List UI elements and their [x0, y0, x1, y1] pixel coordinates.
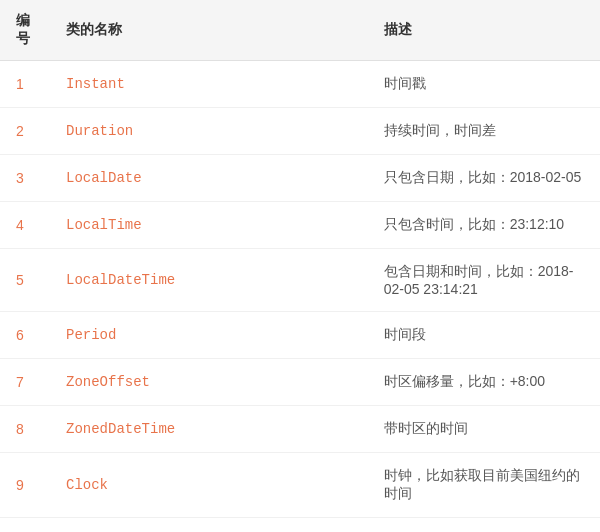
cell-classname: ZoneOffset — [50, 359, 368, 406]
table-row: 6Period时间段 — [0, 312, 600, 359]
cell-num: 4 — [0, 202, 50, 249]
cell-classname: LocalDate — [50, 155, 368, 202]
cell-description: 只包含日期，比如：2018-02-05 — [368, 155, 600, 202]
cell-num: 2 — [0, 108, 50, 155]
table-header-row: 编号 类的名称 描述 — [0, 0, 600, 61]
cell-description: 持续时间，时间差 — [368, 108, 600, 155]
header-description: 描述 — [368, 0, 600, 61]
cell-classname: java.time.format.DateTimeFormatter — [50, 518, 368, 533]
cell-description: 只包含时间，比如：23:12:10 — [368, 202, 600, 249]
cell-classname: ZonedDateTime — [50, 406, 368, 453]
table-row: 2Duration持续时间，时间差 — [0, 108, 600, 155]
cell-classname: Instant — [50, 61, 368, 108]
cell-description: 时间段 — [368, 312, 600, 359]
cell-num: 6 — [0, 312, 50, 359]
cell-num: 10 — [0, 518, 50, 533]
table-row: 9Clock时钟，比如获取目前美国纽约的时间 — [0, 453, 600, 518]
cell-description: 包含日期和时间，比如：2018-02-05 23:14:21 — [368, 249, 600, 312]
table-row: 4LocalTime只包含时间，比如：23:12:10 — [0, 202, 600, 249]
cell-classname: LocalDateTime — [50, 249, 368, 312]
cell-num: 5 — [0, 249, 50, 312]
page-container: 编号 类的名称 描述 1Instant时间戳2Duration持续时间，时间差3… — [0, 0, 600, 532]
cell-classname: Clock — [50, 453, 368, 518]
cell-num: 3 — [0, 155, 50, 202]
table-row: 5LocalDateTime包含日期和时间，比如：2018-02-05 23:1… — [0, 249, 600, 312]
class-table: 编号 类的名称 描述 1Instant时间戳2Duration持续时间，时间差3… — [0, 0, 600, 532]
cell-description: 时间格式化 — [368, 518, 600, 533]
cell-num: 9 — [0, 453, 50, 518]
table-row: 7ZoneOffset时区偏移量，比如：+8:00 — [0, 359, 600, 406]
cell-classname: Duration — [50, 108, 368, 155]
cell-num: 1 — [0, 61, 50, 108]
cell-description: 时间戳 — [368, 61, 600, 108]
cell-num: 8 — [0, 406, 50, 453]
table-row: 3LocalDate只包含日期，比如：2018-02-05 — [0, 155, 600, 202]
cell-num: 7 — [0, 359, 50, 406]
header-classname: 类的名称 — [50, 0, 368, 61]
cell-description: 时钟，比如获取目前美国纽约的时间 — [368, 453, 600, 518]
cell-description: 带时区的时间 — [368, 406, 600, 453]
cell-classname: Period — [50, 312, 368, 359]
table-row: 10java.time.format.DateTimeFormatter时间格式… — [0, 518, 600, 533]
cell-classname: LocalTime — [50, 202, 368, 249]
table-row: 8ZonedDateTime带时区的时间 — [0, 406, 600, 453]
table-row: 1Instant时间戳 — [0, 61, 600, 108]
cell-description: 时区偏移量，比如：+8:00 — [368, 359, 600, 406]
header-num: 编号 — [0, 0, 50, 61]
